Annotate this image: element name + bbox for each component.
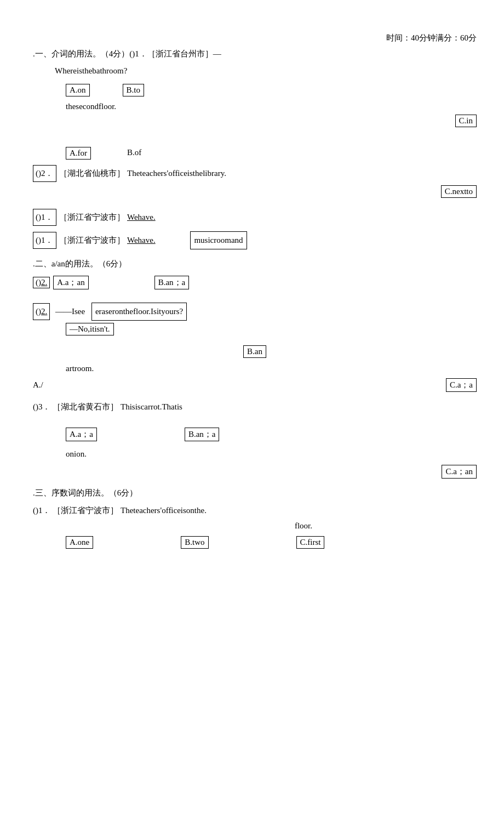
a-slash-c-row: A./ C.a；a (33, 378, 477, 392)
q1-continuation: thesecondfloor. (66, 102, 477, 111)
s3-option-a: A.one (66, 536, 93, 549)
s1b-q1b-label: ()1． (33, 232, 56, 249)
artroom-text: artroom. (66, 364, 94, 373)
header-line: 时间：40分钟满分：60分 (33, 33, 477, 43)
s2-q2c-response: —No,itisn't. (66, 323, 114, 335)
q2-option-c: C.nextto (441, 185, 477, 198)
s1b-q1b-text: Wehave. (127, 236, 156, 244)
q2-option-c-row: C.nextto (33, 185, 477, 198)
s2-q2c-dash: ——Isee (55, 307, 85, 316)
q2-stem-line: ()2． ［湖北省仙桃市］ Theteachers'officeisthelib… (33, 165, 477, 182)
s2-q2-optionA: A.a；an (53, 276, 88, 289)
s2-q3-label: ()3． (33, 402, 51, 411)
q1-option-c-row: C.in (33, 115, 477, 127)
section3-title-text: .三、序数词的用法。（6分） (33, 488, 138, 497)
q2-options-ab: A.for B.of (66, 147, 477, 160)
artroom-line: artroom. (66, 361, 477, 376)
section2-title: .二、a/an的用法。（6分） (33, 257, 477, 271)
s1b-q1b-line: ()1． ［浙江省宁波市］ Wehave. musicroomand (33, 231, 477, 249)
q3-option-c: C.a；an (442, 465, 477, 479)
s2-q2c-line: ()2. ——Isee eraseronthefloor.Isityours? (33, 303, 477, 321)
s3-q1-region: ［浙江省宁波市］ (53, 506, 118, 515)
s2-q2c-text: eraseronthefloor.Isityours? (91, 303, 187, 321)
q3-option-b: B.an；a (185, 428, 220, 441)
q1-options-ab: A.on B.to (66, 84, 477, 96)
b-an-row: B.an (33, 345, 477, 358)
q1-stem: Whereisthebathroom? (55, 64, 477, 78)
q2-label: ()2． (33, 165, 56, 182)
s1b-musicroomand: musicroomand (190, 231, 247, 249)
s2-q2-label: ()2. (33, 277, 50, 288)
q2-option-b: B.of (124, 147, 145, 160)
time-label: 时间：40分钟满分：60分 (386, 33, 477, 43)
s3-q1-label: ()1． (33, 506, 51, 515)
b-an-option: B.an (243, 345, 266, 358)
s3-q1-text: Theteachers'officeisonthe. (121, 506, 207, 515)
s3-option-c: C.first (296, 536, 325, 549)
s2-q2-optionB: B.an；a (154, 276, 190, 289)
s3-q1-line: ()1． ［浙江省宁波市］ Theteachers'officeisonthe. (33, 503, 477, 518)
section3-title: .三、序数词的用法。（6分） (33, 486, 477, 500)
section2-title-text: .二、a/an的用法。（6分） (33, 259, 127, 268)
s3-option-b: B.two (181, 536, 208, 549)
s1b-q1b-region: ［浙江省宁波市］ (59, 236, 125, 244)
floor-row: floor. (33, 521, 477, 531)
s1b-q1-line: ()1． ［浙江省宁波市］ Wehave. (33, 209, 477, 226)
s1b-q1-text: Wehave. (127, 213, 156, 221)
q1-option-b: B.to (123, 84, 144, 96)
q1-option-c: C.in (455, 115, 477, 127)
s2-q3-text: Thisiscarrot.Thatis (121, 402, 182, 411)
s1b-q1-region: ［浙江省宁波市］ (59, 213, 125, 221)
s3-options-row: A.one B.two C.first (66, 536, 477, 549)
s2-q2c-response-line: —No,itisn't. (66, 323, 477, 335)
s2-q2c-label: ()2. (33, 303, 50, 320)
q2-option-a: A.for (66, 147, 91, 160)
section1-title-text: .一、介词的用法。（4分）()1．［浙江省台州市］— (33, 49, 221, 58)
q1-option-a: A.on (66, 84, 90, 96)
q3-options-ab: A.a；a B.an；a (66, 428, 477, 441)
s2-q2-row: ()2. A.a；an B.an；a (33, 276, 477, 289)
c-a-a-option: C.a；a (446, 378, 477, 392)
s1b-q1-label: ()1． (33, 209, 56, 226)
q2-region: ［湖北省仙桃市］ (59, 169, 125, 178)
q2-stem: Theteachers'officeisthelibrary. (127, 169, 226, 178)
q3-continuation: onion. (66, 447, 477, 462)
a-slash-label: A./ (33, 380, 43, 390)
q3-option-a: A.a；a (66, 428, 97, 441)
s2-q3-region: ［湖北省黄石市］ (53, 402, 118, 411)
s2-q3-line: ()3． ［湖北省黄石市］ Thisiscarrot.Thatis (33, 400, 477, 414)
section1-title: .一、介词的用法。（4分）()1．［浙江省台州市］— (33, 47, 477, 61)
q3-option-c-row: C.a；an (33, 465, 477, 479)
floor-text: floor. (295, 521, 312, 531)
